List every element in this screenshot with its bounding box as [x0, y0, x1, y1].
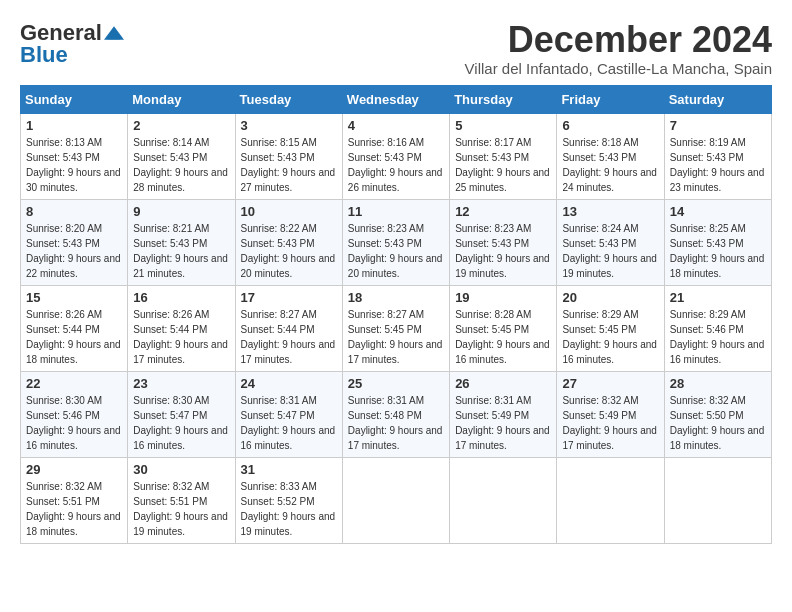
logo-icon — [104, 26, 124, 40]
day-number: 22 — [26, 376, 122, 391]
day-info: Sunrise: 8:24 AMSunset: 5:43 PMDaylight:… — [562, 223, 657, 279]
day-number: 8 — [26, 204, 122, 219]
day-number: 19 — [455, 290, 551, 305]
day-number: 25 — [348, 376, 444, 391]
day-info: Sunrise: 8:20 AMSunset: 5:43 PMDaylight:… — [26, 223, 121, 279]
day-info: Sunrise: 8:19 AMSunset: 5:43 PMDaylight:… — [670, 137, 765, 193]
day-info: Sunrise: 8:23 AMSunset: 5:43 PMDaylight:… — [455, 223, 550, 279]
calendar-header-saturday: Saturday — [664, 85, 771, 113]
day-number: 18 — [348, 290, 444, 305]
calendar-cell: 6Sunrise: 8:18 AMSunset: 5:43 PMDaylight… — [557, 113, 664, 199]
day-number: 9 — [133, 204, 229, 219]
day-info: Sunrise: 8:32 AMSunset: 5:51 PMDaylight:… — [26, 481, 121, 537]
calendar-cell: 19Sunrise: 8:28 AMSunset: 5:45 PMDayligh… — [450, 285, 557, 371]
calendar-cell — [664, 457, 771, 543]
day-info: Sunrise: 8:31 AMSunset: 5:49 PMDaylight:… — [455, 395, 550, 451]
day-number: 3 — [241, 118, 337, 133]
day-number: 13 — [562, 204, 658, 219]
day-info: Sunrise: 8:33 AMSunset: 5:52 PMDaylight:… — [241, 481, 336, 537]
calendar-cell: 13Sunrise: 8:24 AMSunset: 5:43 PMDayligh… — [557, 199, 664, 285]
day-number: 17 — [241, 290, 337, 305]
day-info: Sunrise: 8:30 AMSunset: 5:46 PMDaylight:… — [26, 395, 121, 451]
calendar-cell — [557, 457, 664, 543]
day-info: Sunrise: 8:31 AMSunset: 5:48 PMDaylight:… — [348, 395, 443, 451]
calendar-cell: 15Sunrise: 8:26 AMSunset: 5:44 PMDayligh… — [21, 285, 128, 371]
day-info: Sunrise: 8:14 AMSunset: 5:43 PMDaylight:… — [133, 137, 228, 193]
calendar-cell: 10Sunrise: 8:22 AMSunset: 5:43 PMDayligh… — [235, 199, 342, 285]
day-number: 16 — [133, 290, 229, 305]
day-number: 6 — [562, 118, 658, 133]
day-info: Sunrise: 8:32 AMSunset: 5:49 PMDaylight:… — [562, 395, 657, 451]
day-number: 11 — [348, 204, 444, 219]
day-number: 12 — [455, 204, 551, 219]
day-number: 21 — [670, 290, 766, 305]
day-info: Sunrise: 8:29 AMSunset: 5:46 PMDaylight:… — [670, 309, 765, 365]
subtitle: Villar del Infantado, Castille-La Mancha… — [465, 60, 772, 77]
calendar-cell: 9Sunrise: 8:21 AMSunset: 5:43 PMDaylight… — [128, 199, 235, 285]
calendar-cell: 23Sunrise: 8:30 AMSunset: 5:47 PMDayligh… — [128, 371, 235, 457]
calendar-header-thursday: Thursday — [450, 85, 557, 113]
day-number: 4 — [348, 118, 444, 133]
day-number: 30 — [133, 462, 229, 477]
calendar-cell: 21Sunrise: 8:29 AMSunset: 5:46 PMDayligh… — [664, 285, 771, 371]
calendar-cell — [450, 457, 557, 543]
calendar-cell: 14Sunrise: 8:25 AMSunset: 5:43 PMDayligh… — [664, 199, 771, 285]
day-number: 24 — [241, 376, 337, 391]
calendar-cell: 26Sunrise: 8:31 AMSunset: 5:49 PMDayligh… — [450, 371, 557, 457]
title-section: December 2024 Villar del Infantado, Cast… — [465, 20, 772, 77]
calendar-cell: 31Sunrise: 8:33 AMSunset: 5:52 PMDayligh… — [235, 457, 342, 543]
day-number: 20 — [562, 290, 658, 305]
calendar-cell: 11Sunrise: 8:23 AMSunset: 5:43 PMDayligh… — [342, 199, 449, 285]
calendar-week-row: 15Sunrise: 8:26 AMSunset: 5:44 PMDayligh… — [21, 285, 772, 371]
day-info: Sunrise: 8:32 AMSunset: 5:51 PMDaylight:… — [133, 481, 228, 537]
day-number: 14 — [670, 204, 766, 219]
day-info: Sunrise: 8:27 AMSunset: 5:45 PMDaylight:… — [348, 309, 443, 365]
day-number: 29 — [26, 462, 122, 477]
day-number: 5 — [455, 118, 551, 133]
calendar-cell: 18Sunrise: 8:27 AMSunset: 5:45 PMDayligh… — [342, 285, 449, 371]
calendar-table: SundayMondayTuesdayWednesdayThursdayFrid… — [20, 85, 772, 544]
calendar-cell: 7Sunrise: 8:19 AMSunset: 5:43 PMDaylight… — [664, 113, 771, 199]
calendar-week-row: 8Sunrise: 8:20 AMSunset: 5:43 PMDaylight… — [21, 199, 772, 285]
calendar-cell: 12Sunrise: 8:23 AMSunset: 5:43 PMDayligh… — [450, 199, 557, 285]
day-info: Sunrise: 8:13 AMSunset: 5:43 PMDaylight:… — [26, 137, 121, 193]
calendar-header-friday: Friday — [557, 85, 664, 113]
day-info: Sunrise: 8:31 AMSunset: 5:47 PMDaylight:… — [241, 395, 336, 451]
day-info: Sunrise: 8:17 AMSunset: 5:43 PMDaylight:… — [455, 137, 550, 193]
calendar-week-row: 1Sunrise: 8:13 AMSunset: 5:43 PMDaylight… — [21, 113, 772, 199]
calendar-cell: 30Sunrise: 8:32 AMSunset: 5:51 PMDayligh… — [128, 457, 235, 543]
day-number: 15 — [26, 290, 122, 305]
day-info: Sunrise: 8:16 AMSunset: 5:43 PMDaylight:… — [348, 137, 443, 193]
calendar-cell: 16Sunrise: 8:26 AMSunset: 5:44 PMDayligh… — [128, 285, 235, 371]
day-info: Sunrise: 8:32 AMSunset: 5:50 PMDaylight:… — [670, 395, 765, 451]
calendar-cell: 24Sunrise: 8:31 AMSunset: 5:47 PMDayligh… — [235, 371, 342, 457]
day-info: Sunrise: 8:21 AMSunset: 5:43 PMDaylight:… — [133, 223, 228, 279]
day-number: 23 — [133, 376, 229, 391]
calendar-cell: 22Sunrise: 8:30 AMSunset: 5:46 PMDayligh… — [21, 371, 128, 457]
calendar-cell: 17Sunrise: 8:27 AMSunset: 5:44 PMDayligh… — [235, 285, 342, 371]
calendar-header-monday: Monday — [128, 85, 235, 113]
day-number: 27 — [562, 376, 658, 391]
calendar-header-wednesday: Wednesday — [342, 85, 449, 113]
calendar-cell: 5Sunrise: 8:17 AMSunset: 5:43 PMDaylight… — [450, 113, 557, 199]
calendar-cell: 8Sunrise: 8:20 AMSunset: 5:43 PMDaylight… — [21, 199, 128, 285]
day-info: Sunrise: 8:25 AMSunset: 5:43 PMDaylight:… — [670, 223, 765, 279]
calendar-cell: 29Sunrise: 8:32 AMSunset: 5:51 PMDayligh… — [21, 457, 128, 543]
header: General Blue December 2024 Villar del In… — [20, 20, 772, 77]
day-number: 31 — [241, 462, 337, 477]
main-title: December 2024 — [465, 20, 772, 60]
day-number: 1 — [26, 118, 122, 133]
day-number: 7 — [670, 118, 766, 133]
day-info: Sunrise: 8:26 AMSunset: 5:44 PMDaylight:… — [26, 309, 121, 365]
calendar-week-row: 29Sunrise: 8:32 AMSunset: 5:51 PMDayligh… — [21, 457, 772, 543]
logo: General Blue — [20, 20, 124, 68]
calendar-cell: 27Sunrise: 8:32 AMSunset: 5:49 PMDayligh… — [557, 371, 664, 457]
day-number: 10 — [241, 204, 337, 219]
calendar-header-tuesday: Tuesday — [235, 85, 342, 113]
calendar-cell: 3Sunrise: 8:15 AMSunset: 5:43 PMDaylight… — [235, 113, 342, 199]
day-info: Sunrise: 8:15 AMSunset: 5:43 PMDaylight:… — [241, 137, 336, 193]
day-info: Sunrise: 8:18 AMSunset: 5:43 PMDaylight:… — [562, 137, 657, 193]
calendar-cell: 20Sunrise: 8:29 AMSunset: 5:45 PMDayligh… — [557, 285, 664, 371]
calendar-cell — [342, 457, 449, 543]
calendar-cell: 1Sunrise: 8:13 AMSunset: 5:43 PMDaylight… — [21, 113, 128, 199]
